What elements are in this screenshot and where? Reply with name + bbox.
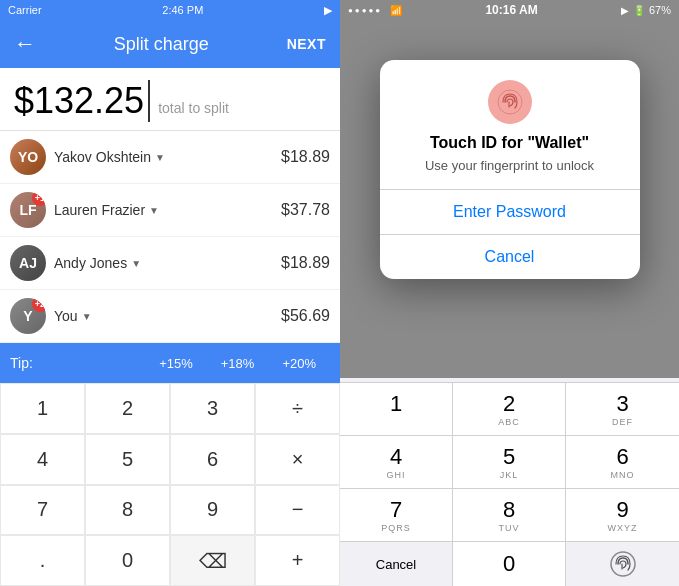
back-button[interactable]: ← bbox=[14, 31, 36, 57]
person-name-you: You bbox=[54, 308, 78, 324]
person-amount-lauren: $37.78 bbox=[281, 201, 330, 219]
avatar-lauren: LF +1 bbox=[10, 192, 46, 228]
badge-you: +2 bbox=[32, 298, 46, 312]
key-5[interactable]: 5 bbox=[85, 434, 170, 485]
dialog-title: Touch ID for "Wallet" bbox=[400, 134, 620, 152]
dropdown-icon-yakov: ▼ bbox=[155, 152, 165, 163]
enter-password-button[interactable]: Enter Password bbox=[380, 190, 640, 234]
tip-15[interactable]: +15% bbox=[145, 350, 207, 377]
person-list: YO Yakov Okshtein ▼ $18.89 LF +1 Lauren … bbox=[0, 131, 340, 343]
cancel-button[interactable]: Cancel bbox=[380, 234, 640, 279]
person-row-andy[interactable]: AJ Andy Jones ▼ $18.89 bbox=[0, 237, 340, 290]
right-panel: ●●●●● 📶 10:16 AM ▶ 🔋 67% bbox=[340, 0, 679, 586]
dialog-subtitle: Use your fingerprint to unlock bbox=[400, 158, 620, 173]
battery-label: ▶ bbox=[324, 4, 332, 17]
dialog-overlay: Touch ID for "Wallet" Use your fingerpri… bbox=[340, 0, 679, 586]
key-6[interactable]: 6 bbox=[170, 434, 255, 485]
avatar-andy: AJ bbox=[10, 245, 46, 281]
avatar-yakov: YO bbox=[10, 139, 46, 175]
touch-id-dialog: Touch ID for "Wallet" Use your fingerpri… bbox=[380, 60, 640, 279]
person-amount-andy: $18.89 bbox=[281, 254, 330, 272]
left-panel: Carrier 2:46 PM ▶ ← Split charge NEXT $1… bbox=[0, 0, 340, 586]
key-4[interactable]: 4 bbox=[0, 434, 85, 485]
dropdown-icon-andy: ▼ bbox=[131, 258, 141, 269]
app-header: ← Split charge NEXT bbox=[0, 20, 340, 68]
key-multiply[interactable]: × bbox=[255, 434, 340, 485]
person-amount-you: $56.69 bbox=[281, 307, 330, 325]
tip-bar: Tip: +15% +18% +20% bbox=[0, 343, 340, 383]
key-7[interactable]: 7 bbox=[0, 485, 85, 536]
person-name-yakov: Yakov Okshtein bbox=[54, 149, 151, 165]
person-name-andy: Andy Jones bbox=[54, 255, 127, 271]
left-status-bar: Carrier 2:46 PM ▶ bbox=[0, 0, 340, 20]
key-8[interactable]: 8 bbox=[85, 485, 170, 536]
person-row-you[interactable]: Y +2 You ▼ $56.69 bbox=[0, 290, 340, 343]
amount-value: $132.25 bbox=[14, 80, 150, 122]
header-title: Split charge bbox=[114, 34, 209, 55]
key-dot[interactable]: . bbox=[0, 535, 85, 586]
dropdown-icon-lauren: ▼ bbox=[149, 205, 159, 216]
badge-lauren: +1 bbox=[32, 192, 46, 206]
key-plus[interactable]: + bbox=[255, 535, 340, 586]
next-button[interactable]: NEXT bbox=[287, 36, 326, 52]
key-2[interactable]: 2 bbox=[85, 383, 170, 434]
key-9[interactable]: 9 bbox=[170, 485, 255, 536]
key-1[interactable]: 1 bbox=[0, 383, 85, 434]
keypad: 1 2 3 ÷ 4 5 6 × 7 8 9 − . 0 ⌫ + bbox=[0, 383, 340, 586]
person-row-lauren[interactable]: LF +1 Lauren Frazier ▼ $37.78 bbox=[0, 184, 340, 237]
key-divide[interactable]: ÷ bbox=[255, 383, 340, 434]
fingerprint-icon bbox=[488, 80, 532, 124]
key-backspace[interactable]: ⌫ bbox=[170, 535, 255, 586]
person-name-lauren: Lauren Frazier bbox=[54, 202, 145, 218]
carrier-label: Carrier bbox=[8, 4, 42, 16]
person-row-yakov[interactable]: YO Yakov Okshtein ▼ $18.89 bbox=[0, 131, 340, 184]
amount-label: total to split bbox=[158, 100, 229, 116]
key-0[interactable]: 0 bbox=[85, 535, 170, 586]
key-3[interactable]: 3 bbox=[170, 383, 255, 434]
tip-label: Tip: bbox=[10, 355, 145, 371]
tip-20[interactable]: +20% bbox=[268, 350, 330, 377]
amount-section: $132.25 total to split bbox=[0, 68, 340, 131]
avatar-you: Y +2 bbox=[10, 298, 46, 334]
time-label: 2:46 PM bbox=[162, 4, 203, 16]
person-amount-yakov: $18.89 bbox=[281, 148, 330, 166]
tip-18[interactable]: +18% bbox=[207, 350, 269, 377]
dropdown-icon-you: ▼ bbox=[82, 311, 92, 322]
key-minus[interactable]: − bbox=[255, 485, 340, 536]
